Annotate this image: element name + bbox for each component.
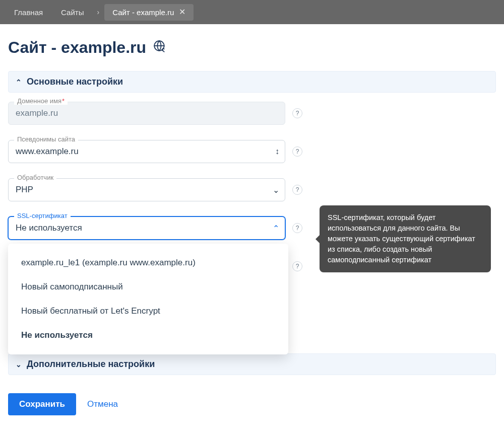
chevron-down-icon[interactable]: ⌄ — [273, 185, 279, 195]
row-ssl: SSL-сертификат Не используется ⌃ example… — [8, 216, 496, 240]
row-aliases: Псевдонимы сайта www.example.ru ↕ ? — [8, 140, 496, 163]
ssl-option[interactable]: example.ru_le1 (example.ru www.example.r… — [8, 251, 288, 275]
label-ssl: SSL-сертификат — [14, 212, 71, 220]
label-domain: Доменное имя — [14, 97, 68, 105]
ssl-option-selected[interactable]: Не используется — [8, 323, 288, 347]
chevron-down-icon: ⌄ — [16, 360, 22, 369]
globe-link-icon — [153, 38, 166, 57]
help-icon[interactable]: ? — [292, 261, 302, 271]
row-handler: Обработчик PHP ⌄ ? — [8, 178, 496, 201]
select-ssl[interactable]: Не используется — [8, 216, 285, 240]
help-icon[interactable]: ? — [292, 108, 302, 118]
breadcrumb-home[interactable]: Главная — [6, 4, 51, 21]
ssl-tooltip: SSL-сертификат, который будет использова… — [320, 205, 491, 272]
help-icon[interactable]: ? — [292, 147, 302, 157]
label-handler: Обработчик — [14, 174, 56, 181]
help-icon[interactable]: ? — [292, 185, 302, 195]
ssl-dropdown: example.ru_le1 (example.ru www.example.r… — [8, 244, 288, 354]
help-icon[interactable]: ? — [292, 223, 302, 233]
label-aliases: Псевдонимы сайта — [14, 135, 78, 143]
ssl-option[interactable]: Новый самоподписанный — [8, 275, 288, 299]
page-title-text: Сайт - example.ru — [8, 38, 146, 57]
row-domain: Доменное имя example.ru ? — [8, 102, 496, 125]
accordion-additional-settings[interactable]: ⌄ Дополнительные настройки — [8, 353, 496, 375]
input-domain: example.ru — [8, 102, 285, 125]
breadcrumb-bar: Главная Сайты › Сайт - example.ru ✕ — [0, 0, 504, 24]
accordion-main-settings[interactable]: ⌃ Основные настройки — [8, 71, 496, 93]
chevron-right-icon: › — [94, 8, 102, 16]
close-tab-icon[interactable]: ✕ — [179, 8, 185, 16]
breadcrumb-sites[interactable]: Сайты — [53, 4, 92, 21]
accordion-main-label: Основные настройки — [27, 77, 123, 87]
breadcrumb-current-label: Сайт - example.ru — [112, 8, 174, 17]
input-aliases[interactable]: www.example.ru — [8, 140, 285, 163]
accordion-additional-label: Дополнительные настройки — [27, 359, 155, 370]
chevron-up-icon[interactable]: ⌃ — [273, 224, 279, 233]
ssl-option[interactable]: Новый бесплатный от Let's Encrypt — [8, 299, 288, 323]
chevron-up-icon: ⌃ — [16, 78, 22, 86]
breadcrumb-current-tab[interactable]: Сайт - example.ru ✕ — [104, 4, 194, 21]
save-button[interactable]: Сохранить — [8, 393, 76, 415]
page-title: Сайт - example.ru — [8, 38, 496, 57]
select-handler[interactable]: PHP — [8, 178, 285, 201]
form-actions: Сохранить Отмена — [8, 393, 496, 415]
cancel-button[interactable]: Отмена — [87, 399, 118, 409]
